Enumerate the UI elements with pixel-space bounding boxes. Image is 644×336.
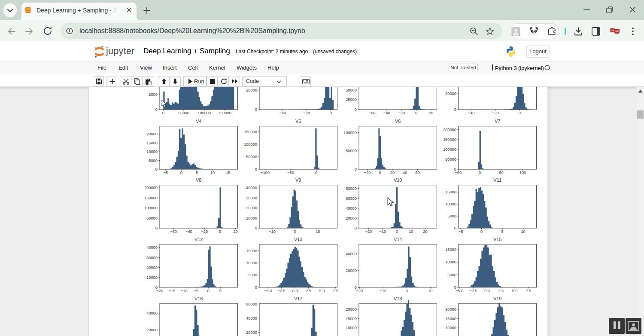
svg-text:10000: 10000 — [445, 326, 456, 330]
svg-text:20000: 20000 — [346, 307, 357, 312]
svg-text:100000: 100000 — [144, 206, 158, 210]
svg-text:5: 5 — [501, 229, 503, 234]
svg-text:40000: 40000 — [146, 245, 158, 250]
svg-text:0: 0 — [479, 171, 481, 175]
svg-text:−10: −10 — [181, 289, 188, 293]
svg-text:−20: −20 — [356, 289, 363, 293]
svg-text:V7: V7 — [495, 119, 500, 124]
svg-text:50000: 50000 — [445, 157, 456, 162]
svg-text:20000: 20000 — [246, 330, 257, 335]
svg-text:−20: −20 — [156, 289, 163, 293]
svg-text:0: 0 — [415, 111, 417, 115]
svg-text:−20: −20 — [365, 229, 372, 234]
svg-text:2000: 2000 — [149, 92, 157, 97]
svg-text:−20: −20 — [364, 171, 371, 175]
svg-text:0: 0 — [207, 289, 210, 293]
svg-text:50000: 50000 — [246, 155, 257, 159]
svg-text:−60: −60 — [170, 229, 177, 234]
svg-text:50: 50 — [499, 171, 503, 175]
svg-text:10000: 10000 — [246, 261, 257, 265]
svg-text:10000: 10000 — [445, 202, 456, 206]
svg-text:−50: −50 — [287, 171, 294, 175]
svg-text:10000: 10000 — [246, 216, 257, 220]
svg-text:5: 5 — [196, 171, 198, 175]
svg-text:50000: 50000 — [146, 216, 158, 220]
svg-text:0: 0 — [255, 285, 257, 290]
svg-text:80000: 80000 — [346, 186, 357, 191]
svg-text:40: 40 — [403, 171, 407, 175]
svg-text:0.0: 0.0 — [484, 289, 490, 293]
svg-text:100: 100 — [519, 171, 526, 175]
svg-text:40000: 40000 — [346, 206, 357, 211]
svg-text:15000: 15000 — [346, 317, 357, 321]
svg-text:15: 15 — [226, 171, 230, 175]
svg-text:30000: 30000 — [146, 256, 158, 260]
svg-text:V18: V18 — [394, 296, 402, 301]
svg-text:60000: 60000 — [346, 196, 357, 201]
svg-text:100000: 100000 — [244, 142, 257, 147]
svg-text:−5: −5 — [194, 289, 198, 293]
svg-text:20: 20 — [233, 229, 237, 234]
svg-text:0: 0 — [454, 107, 456, 112]
svg-text:5: 5 — [219, 289, 222, 293]
svg-text:50000: 50000 — [178, 111, 189, 115]
svg-text:150000: 150000 — [218, 111, 231, 115]
svg-text:20: 20 — [390, 171, 395, 175]
svg-text:40000: 40000 — [146, 311, 158, 315]
svg-text:0: 0 — [219, 229, 221, 234]
svg-text:−2.5: −2.5 — [469, 289, 477, 293]
svg-text:200000: 200000 — [443, 128, 456, 132]
svg-text:V16: V16 — [194, 296, 203, 301]
svg-text:−20: −20 — [303, 111, 310, 115]
svg-text:−5.0: −5.0 — [264, 289, 272, 293]
svg-text:0: 0 — [255, 107, 257, 112]
svg-text:V19: V19 — [493, 296, 502, 301]
svg-text:−40: −40 — [185, 229, 192, 234]
svg-text:20000: 20000 — [246, 206, 257, 210]
svg-text:20000: 20000 — [146, 328, 158, 332]
svg-text:5.0: 5.0 — [512, 289, 518, 293]
svg-text:0: 0 — [155, 226, 158, 230]
svg-text:0: 0 — [406, 289, 408, 293]
svg-text:150000: 150000 — [244, 130, 257, 134]
svg-text:7.5: 7.5 — [333, 289, 338, 293]
svg-text:V9: V9 — [295, 177, 301, 183]
svg-text:20000: 20000 — [445, 307, 456, 312]
svg-text:OK: OK — [611, 29, 615, 32]
svg-text:100000: 100000 — [197, 111, 211, 115]
svg-text:7.5: 7.5 — [526, 289, 532, 293]
svg-text:30000: 30000 — [246, 196, 257, 200]
svg-text:−40: −40 — [383, 111, 390, 115]
svg-text:50000: 50000 — [346, 149, 357, 153]
svg-text:0: 0 — [355, 167, 357, 171]
svg-text:10: 10 — [210, 171, 215, 175]
svg-text:−100: −100 — [261, 171, 270, 175]
svg-text:−20: −20 — [492, 111, 499, 115]
svg-text:−15: −15 — [169, 289, 176, 293]
svg-text:−60: −60 — [369, 111, 376, 115]
svg-text:V15: V15 — [493, 237, 502, 242]
svg-text:V11: V11 — [493, 177, 501, 183]
svg-text:0: 0 — [519, 111, 521, 115]
svg-text:5000: 5000 — [149, 159, 157, 163]
svg-text:10: 10 — [521, 229, 525, 234]
svg-text:−10: −10 — [380, 229, 386, 234]
svg-text:0: 0 — [155, 107, 158, 112]
svg-text:60000: 60000 — [246, 302, 257, 306]
svg-text:0: 0 — [355, 226, 357, 230]
svg-text:0: 0 — [180, 171, 182, 175]
svg-text:V6: V6 — [395, 119, 401, 124]
svg-text:10000: 10000 — [346, 326, 357, 330]
svg-text:0.0: 0.0 — [292, 289, 298, 293]
svg-text:V5: V5 — [295, 119, 301, 124]
svg-text:−5: −5 — [164, 171, 168, 175]
svg-text:0: 0 — [162, 111, 164, 115]
svg-text:0: 0 — [330, 111, 332, 115]
svg-text:5000: 5000 — [447, 273, 456, 277]
svg-text:0: 0 — [396, 229, 398, 234]
svg-text:0: 0 — [480, 229, 483, 234]
svg-text:−40: −40 — [279, 111, 286, 115]
svg-text:5000: 5000 — [248, 273, 257, 277]
svg-text:20000: 20000 — [246, 88, 257, 92]
svg-text:100000: 100000 — [343, 131, 357, 135]
